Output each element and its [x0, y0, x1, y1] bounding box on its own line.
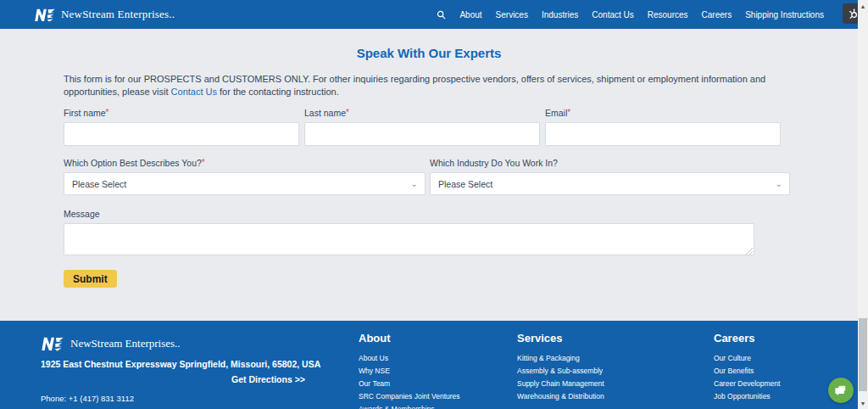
- first-name-group: First name*: [64, 108, 299, 146]
- footer-link-warehousing[interactable]: Warehousing & Distribution: [517, 392, 604, 401]
- industry-select[interactable]: Please Select ⌄: [430, 172, 790, 195]
- nse-logo-icon: [34, 8, 56, 22]
- submit-button[interactable]: Submit: [64, 270, 117, 288]
- message-label: Message: [64, 209, 754, 219]
- top-navigation-bar: NewStream Enterprises.. About Services I…: [0, 0, 858, 29]
- footer-services-heading: Services: [517, 332, 604, 345]
- select-row: Which Option Best Describes You?* Please…: [64, 158, 790, 195]
- nav-item-resources[interactable]: Resources: [648, 10, 688, 20]
- footer-link-kitting[interactable]: Kitting & Packaging: [517, 354, 604, 362]
- chat-bubble-icon: [834, 384, 848, 397]
- page-title: Speak With Our Experts: [0, 46, 858, 60]
- option-select[interactable]: Please Select ⌄: [64, 172, 426, 195]
- scrollbar-thumb[interactable]: [859, 318, 867, 391]
- nav-item-about[interactable]: About: [459, 10, 481, 20]
- search-icon[interactable]: [437, 10, 446, 20]
- last-name-label: Last name*: [304, 108, 540, 118]
- message-group: Message: [64, 209, 754, 259]
- industry-select-label: Which Industry Do You Work In?: [430, 158, 790, 168]
- last-name-input[interactable]: [304, 122, 540, 146]
- chat-widget-button[interactable]: [828, 378, 854, 403]
- footer-logo-text: NewStream Enterprises..: [70, 337, 181, 350]
- page: NewStream Enterprises.. About Services I…: [0, 0, 868, 409]
- last-name-group: Last name*: [304, 108, 540, 146]
- industry-select-value: Please Select: [438, 179, 492, 189]
- nav-item-industries[interactable]: Industries: [542, 10, 578, 20]
- get-directions-link[interactable]: Get Directions >>: [231, 374, 305, 384]
- footer-link-our-team[interactable]: Our Team: [359, 379, 460, 388]
- message-textarea[interactable]: [64, 223, 754, 255]
- chevron-down-icon: ⌄: [776, 178, 782, 188]
- chevron-down-icon: ⌄: [411, 178, 418, 188]
- intro-paragraph: This form is for our PROSPECTS and CUSTO…: [64, 73, 793, 98]
- nav-item-careers[interactable]: Careers: [702, 10, 732, 20]
- nse-logo-icon: [41, 336, 64, 351]
- email-label: Email*: [545, 108, 781, 118]
- vertical-scrollbar[interactable]: ▲ ▼: [858, 0, 868, 409]
- footer-link-src-companies[interactable]: SRC Companies Joint Ventures: [359, 392, 460, 401]
- main-content: Speak With Our Experts This form is for …: [0, 29, 858, 321]
- footer-link-career-development[interactable]: Career Development: [714, 379, 780, 388]
- footer-logo[interactable]: NewStream Enterprises..: [41, 336, 181, 351]
- footer-careers-heading: Careers: [714, 332, 780, 345]
- first-name-input[interactable]: [64, 122, 299, 146]
- intro-text-after: for the contacting instruction.: [217, 87, 339, 97]
- footer: NewStream Enterprises.. 1925 East Chestn…: [0, 321, 858, 409]
- footer-link-why-nse[interactable]: Why NSE: [359, 367, 460, 375]
- header-logo[interactable]: NewStream Enterprises..: [34, 8, 175, 22]
- scrollbar-up-arrow[interactable]: ▲: [858, 0, 868, 12]
- footer-link-our-benefits[interactable]: Our Benefits: [714, 367, 780, 375]
- footer-link-assembly[interactable]: Assembly & Sub-assembly: [517, 367, 604, 375]
- header-logo-text: NewStream Enterprises..: [61, 8, 175, 21]
- intro-text-before: This form is for our PROSPECTS and CUSTO…: [64, 74, 765, 97]
- required-asterisk: *: [346, 108, 349, 117]
- name-email-row: First name* Last name* Email*: [64, 108, 781, 146]
- footer-address: 1925 East Chestnut Expressway Springfiel…: [41, 359, 320, 369]
- required-asterisk: *: [106, 108, 109, 117]
- nav-item-shipping-instructions[interactable]: Shipping Instructions: [745, 10, 824, 20]
- nav-links: About Services Industries Contact Us Res…: [437, 0, 824, 29]
- required-asterisk: *: [202, 158, 205, 167]
- hubspot-sprocket-icon: [848, 8, 859, 20]
- footer-link-about-us[interactable]: About Us: [359, 354, 460, 362]
- textarea-resize-handle[interactable]: [746, 248, 753, 255]
- footer-column-services: Services Kitting & Packaging Assembly & …: [517, 332, 604, 405]
- scrollbar-down-arrow[interactable]: ▼: [858, 397, 868, 409]
- email-group: Email*: [545, 108, 781, 146]
- required-asterisk: *: [567, 108, 570, 117]
- footer-link-our-culture[interactable]: Our Culture: [714, 354, 780, 362]
- footer-link-supply-chain[interactable]: Supply Chain Management: [517, 379, 604, 388]
- email-input[interactable]: [545, 122, 781, 146]
- footer-column-careers: Careers Our Culture Our Benefits Career …: [714, 332, 780, 405]
- first-name-label: First name*: [64, 108, 299, 118]
- option-select-group: Which Option Best Describes You?* Please…: [64, 158, 426, 195]
- nav-item-contact-us[interactable]: Contact Us: [592, 10, 633, 20]
- footer-about-heading: About: [359, 332, 460, 345]
- footer-column-about: About About Us Why NSE Our Team SRC Comp…: [359, 332, 460, 409]
- footer-phone: Phone: +1 (417) 831 3112: [41, 394, 134, 403]
- contact-us-link[interactable]: Contact Us: [171, 87, 217, 97]
- option-select-value: Please Select: [72, 179, 126, 189]
- industry-select-group: Which Industry Do You Work In? Please Se…: [430, 158, 790, 195]
- footer-link-awards[interactable]: Awards & Memberships: [359, 405, 460, 409]
- nav-item-services[interactable]: Services: [496, 10, 528, 20]
- option-select-label: Which Option Best Describes You?*: [64, 158, 426, 168]
- footer-link-job-opportunities[interactable]: Job Opportunities: [714, 392, 780, 401]
